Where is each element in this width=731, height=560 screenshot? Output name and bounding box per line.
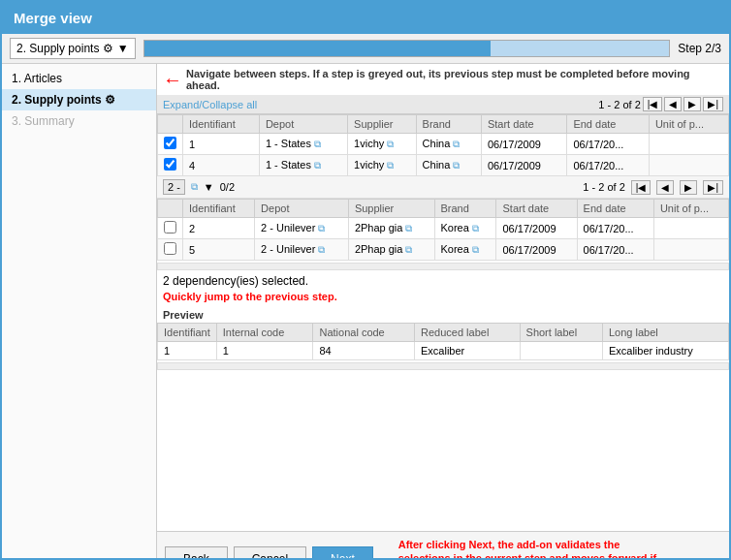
prev-row1-internal: 1 <box>216 342 313 360</box>
prev-col-long: Long label <box>602 324 728 342</box>
row1-checkbox[interactable] <box>164 137 176 149</box>
table-row: 5 2 - Unilever ⧉ 2Phap gia ⧉ Korea ⧉ 06/… <box>158 239 729 261</box>
step-label: Step 2/3 <box>678 42 721 55</box>
prev-col-reduced: Reduced label <box>415 324 521 342</box>
row4-check[interactable] <box>158 239 183 261</box>
row2-unit <box>649 155 728 176</box>
col-brand-1: Brand <box>416 115 481 134</box>
row2-brand-link[interactable]: ⧉ <box>453 160 460 171</box>
annotation1-text: Navigate between steps. If a step is gre… <box>186 68 723 91</box>
row3-unit <box>653 218 728 239</box>
row4-unit <box>653 239 728 261</box>
cancel-button[interactable]: Cancel <box>234 546 306 560</box>
section2-toolbar: 2 - ⧉ ▼ 0/2 1 - 2 of 2 |◀ ◀ ▶ ▶| <box>157 176 729 199</box>
section1-last-btn[interactable]: ▶| <box>703 97 723 111</box>
prev-col-identifiant: Identifiant <box>158 324 217 342</box>
prev-col-national: National code <box>313 324 415 342</box>
col-brand-2: Brand <box>434 200 496 218</box>
row1-startdate: 06/17/2009 <box>481 134 566 155</box>
row1-depot: 1 - States ⧉ <box>259 134 347 155</box>
row1-depot-link[interactable]: ⧉ <box>314 139 321 149</box>
row2-startdate: 06/17/2009 <box>481 155 566 176</box>
title-bar: Merge view <box>2 2 729 34</box>
row2-supplier-link[interactable]: ⧉ <box>387 160 394 171</box>
row2-depot-link[interactable]: ⧉ <box>314 160 321 171</box>
row1-supplier-link[interactable]: ⧉ <box>387 139 394 149</box>
sidebar: 1. Articles 2. Supply points ⚙ 3. Summar… <box>2 64 157 560</box>
row3-brand-link[interactable]: ⧉ <box>472 223 479 233</box>
row4-identifiant: 5 <box>183 239 255 261</box>
expand-collapse-label[interactable]: Expand/Collapse all <box>163 99 257 110</box>
section2-table-wrapper: Identifiant Depot Supplier Brand Start d… <box>157 199 729 261</box>
step-dropdown-label: 2. Supply points ⚙ <box>16 42 113 55</box>
row1-brand-link[interactable]: ⧉ <box>453 139 460 149</box>
preview-table-wrapper: Identifiant Internal code National code … <box>157 323 729 360</box>
section1-table-wrapper: Identifiant Depot Supplier Brand Start d… <box>157 114 729 176</box>
col-supplier-1: Supplier <box>348 115 417 134</box>
sidebar-summary-label: 3. Summary <box>12 114 75 128</box>
preview-horizontal-scrollbar[interactable] <box>157 362 729 370</box>
col-enddate-2: End date <box>577 200 653 218</box>
section1-header: Expand/Collapse all 1 - 2 of 2 |◀ ◀ ▶ ▶| <box>157 95 729 114</box>
row2-checkbox[interactable] <box>164 158 176 171</box>
row1-unit <box>649 134 728 155</box>
dependency-row: 2 dependency(ies) selected. <box>157 272 729 290</box>
step-bar: 2. Supply points ⚙ ▼ Step 2/3 <box>2 34 729 64</box>
row2-identifiant: 4 <box>183 155 260 176</box>
preview-label: Preview <box>157 307 729 323</box>
section2-next-btn[interactable]: ▶ <box>680 180 697 195</box>
row3-depot-link[interactable]: ⧉ <box>318 223 325 233</box>
col-unitofp-1: Unit of p... <box>649 115 728 134</box>
row2-enddate: 06/17/20... <box>567 155 649 176</box>
row3-supplier-link[interactable]: ⧉ <box>405 223 412 233</box>
dependency-text: 2 dependency(ies) selected. <box>163 274 308 288</box>
section2-first-btn[interactable]: |◀ <box>631 180 652 195</box>
section2-prev-btn[interactable]: ◀ <box>656 180 674 195</box>
sidebar-supply-label: 2. Supply points ⚙ <box>12 93 115 107</box>
section2-dropdown-icon[interactable]: ▼ <box>204 181 214 193</box>
row3-check[interactable] <box>158 218 183 239</box>
prev-row1-short <box>520 342 602 360</box>
prev-row1-id: 1 <box>158 342 217 360</box>
step-dropdown[interactable]: 2. Supply points ⚙ ▼ <box>10 38 136 59</box>
section1-prev-btn[interactable]: ◀ <box>664 97 682 111</box>
col-unitofp-2: Unit of p... <box>653 200 728 218</box>
col-check-1 <box>158 115 183 134</box>
section2-page-info: 1 - 2 of 2 <box>583 181 624 193</box>
row4-checkbox[interactable] <box>164 242 176 255</box>
col-check-2 <box>158 200 183 218</box>
row4-brand-link[interactable]: ⧉ <box>472 244 479 255</box>
step-progress-fill <box>144 41 492 56</box>
dropdown-arrow-icon: ▼ <box>117 42 129 55</box>
preview-section: Preview Identifiant Internal code Nation… <box>157 307 729 372</box>
row4-supplier: 2Phap gia ⧉ <box>348 239 434 261</box>
section1-next-btn[interactable]: ▶ <box>683 97 701 111</box>
window-title: Merge view <box>14 10 92 26</box>
merge-view-window: Merge view 2. Supply points ⚙ ▼ Step 2/3… <box>0 0 731 560</box>
next-button[interactable]: Next <box>312 546 373 560</box>
table-row: 2 2 - Unilever ⧉ 2Phap gia ⧉ Korea ⧉ 06/… <box>158 218 729 239</box>
sidebar-item-articles[interactable]: 1. Articles <box>2 68 156 89</box>
row2-depot: 1 - States ⧉ <box>259 155 347 176</box>
row1-enddate: 06/17/20... <box>567 134 649 155</box>
row1-check[interactable] <box>158 134 183 155</box>
section1-table: Identifiant Depot Supplier Brand Start d… <box>157 114 729 176</box>
col-enddate-1: End date <box>567 115 649 134</box>
row2-check[interactable] <box>158 155 183 176</box>
row3-checkbox[interactable] <box>164 221 176 233</box>
section1-first-btn[interactable]: |◀ <box>643 97 663 111</box>
horizontal-scrollbar[interactable] <box>157 263 729 270</box>
section2-table: Identifiant Depot Supplier Brand Start d… <box>157 199 729 261</box>
back-button[interactable]: Back <box>165 546 228 560</box>
section2-link-icon[interactable]: ⧉ <box>191 181 198 193</box>
row4-depot-link[interactable]: ⧉ <box>318 244 325 255</box>
section2-badge: 2 - <box>163 179 185 195</box>
row1-identifiant: 1 <box>183 134 260 155</box>
sidebar-item-supply-points[interactable]: 2. Supply points ⚙ <box>2 89 156 110</box>
col-identifiant-2: Identifiant <box>183 200 255 218</box>
preview-table: Identifiant Internal code National code … <box>157 323 729 360</box>
section2-last-btn[interactable]: ▶| <box>703 180 723 195</box>
row3-enddate: 06/17/20... <box>577 218 653 239</box>
prev-row1-reduced: Excaliber <box>415 342 521 360</box>
row4-supplier-link[interactable]: ⧉ <box>405 244 412 255</box>
